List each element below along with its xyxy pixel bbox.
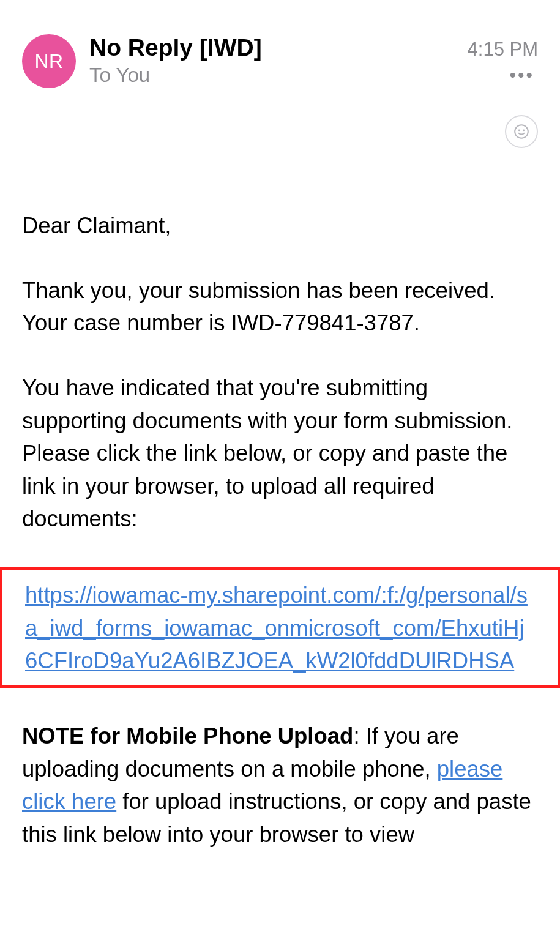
paragraph-submission: Thank you, your submission has been rece… (22, 274, 538, 340)
svg-point-1 (518, 129, 520, 131)
avatar-initials: NR (34, 50, 63, 73)
recipient[interactable]: To You (89, 64, 150, 87)
email-header: NR No Reply [IWD] 4:15 PM To You ••• (22, 0, 538, 88)
note-label: NOTE for Mobile Phone Upload (22, 723, 353, 748)
header-info: No Reply [IWD] 4:15 PM To You ••• (89, 34, 538, 87)
react-button[interactable] (505, 115, 538, 148)
sender-avatar[interactable]: NR (22, 34, 76, 88)
mobile-note: NOTE for Mobile Phone Upload: If you are… (22, 720, 538, 851)
email-body: Dear Claimant, Thank you, your submissio… (22, 148, 538, 851)
svg-point-0 (515, 125, 528, 138)
svg-point-2 (523, 129, 525, 131)
timestamp: 4:15 PM (468, 39, 538, 61)
greeting: Dear Claimant, (22, 209, 538, 242)
paragraph-instructions: You have indicated that you're submittin… (22, 371, 538, 535)
upload-link[interactable]: https://iowamac-my.sharepoint.com/:f:/g/… (25, 583, 528, 673)
more-actions-icon[interactable]: ••• (509, 65, 538, 86)
sender-name[interactable]: No Reply [IWD] (89, 34, 262, 61)
smile-icon (513, 124, 529, 140)
highlighted-link-box: https://iowamac-my.sharepoint.com/:f:/g/… (0, 567, 560, 688)
